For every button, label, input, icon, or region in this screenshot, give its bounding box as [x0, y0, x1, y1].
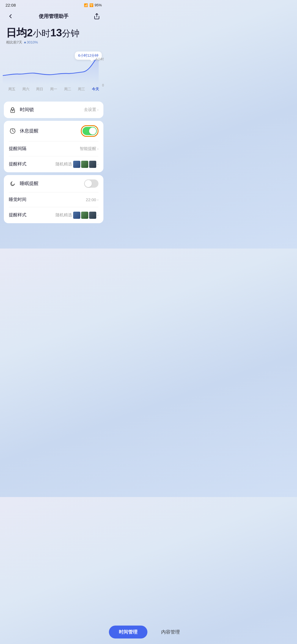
chart-x-labels: 周五 周六 周日 周一 周二 周三 今天 [3, 87, 105, 92]
rest-reminder-label: 休息提醒 [20, 128, 38, 134]
toggle-knob [89, 127, 96, 135]
sleep-time-label: 睡觉时间 [9, 197, 26, 203]
cards-section: 时间锁 去设置 › 休息提醒 [0, 98, 107, 227]
time-lock-action: 去设置 [84, 107, 96, 112]
time-lock-card: 时间锁 去设置 › [4, 102, 103, 118]
sleep-style-value: 随机精选 [56, 212, 72, 218]
rest-reminder-icon [9, 127, 16, 135]
sleep-thumb-1 [73, 212, 80, 219]
daily-avg-minutes-unit: 分钟 [62, 28, 79, 38]
rest-reminder-row: 休息提醒 [4, 121, 103, 141]
x-label-fri: 周五 [5, 87, 19, 92]
header: 使用管理助手 [0, 9, 107, 24]
reminder-interval-right: 智能提醒 › [80, 146, 98, 151]
daily-avg-hours-unit: 小时 [33, 28, 50, 38]
reminder-interval-value: 智能提醒 [80, 146, 96, 151]
status-time: 22:08 [6, 3, 16, 7]
sleep-style-row[interactable]: 提醒样式 随机精选 › [4, 207, 103, 223]
sleep-style-right: 随机精选 › [56, 212, 98, 219]
sleep-reminder-left: 睡眠提醒 [9, 180, 38, 187]
rest-reminder-toggle-container [81, 125, 98, 137]
share-button[interactable] [92, 11, 102, 21]
usage-chart: 6小时12分钟 4小时 0 周五 周六 周日 周一 周二 周三 今天 [0, 49, 107, 98]
reminder-style-value: 随机精选 [56, 162, 72, 167]
sleep-style-thumbs [73, 212, 96, 219]
sleep-reminder-row: 睡眠提醒 [4, 175, 103, 192]
sleep-thumb-2 [81, 212, 88, 219]
compare-percent: 3010% [27, 40, 38, 44]
sleep-reminder-label: 睡眠提醒 [20, 180, 38, 187]
compare-badge: 3010% [24, 40, 38, 44]
rest-reminder-toggle[interactable] [82, 127, 97, 135]
sleep-time-right: 22:00 › [86, 197, 98, 202]
reminder-style-right: 随机精选 › [56, 161, 98, 168]
x-label-today: 今天 [88, 87, 102, 92]
time-lock-label: 时间锁 [20, 107, 34, 113]
daily-avg-minutes: 13 [50, 27, 62, 39]
sleep-reminder-toggle[interactable] [84, 179, 98, 188]
sleep-time-chevron: › [97, 198, 98, 202]
reminder-interval-label: 提醒间隔 [9, 146, 26, 152]
page-title: 使用管理助手 [39, 13, 68, 20]
wifi-icon: 🛜 [89, 3, 94, 7]
daily-average-text: 日均2小时13分钟 [6, 27, 101, 39]
y-label-bottom: 0 [95, 83, 104, 87]
sleep-style-chevron: › [97, 213, 98, 217]
daily-avg-hours: 2 [27, 27, 33, 39]
daily-avg-prefix: 日均 [6, 27, 27, 39]
time-lock-row[interactable]: 时间锁 去设置 › [4, 102, 103, 118]
status-icons: 📶 🛜 95% [84, 3, 102, 7]
x-label-tue: 周二 [61, 87, 75, 92]
time-lock-icon [9, 106, 16, 114]
daily-compare: 相比前7天 3010% [6, 40, 101, 45]
signal-icons: 📶 [84, 3, 88, 7]
chart-y-labels: 4小时 0 [95, 57, 104, 87]
battery-text: 95% [95, 3, 102, 7]
reminder-style-row[interactable]: 提醒样式 随机精选 › [4, 156, 103, 172]
time-lock-chevron: › [97, 108, 98, 112]
rest-reminder-left: 休息提醒 [9, 127, 38, 135]
sleep-time-value: 22:00 [86, 197, 96, 202]
sleep-style-label: 提醒样式 [9, 212, 26, 218]
x-label-wed: 周三 [75, 87, 89, 92]
rest-reminder-card: 休息提醒 提醒间隔 智能提醒 › 提醒样式 随机精选 [4, 121, 103, 172]
reminder-interval-chevron: › [97, 147, 98, 151]
reminder-style-thumbs [73, 161, 96, 168]
y-label-top: 4小时 [95, 57, 104, 62]
sleep-reminder-card: 睡眠提醒 睡觉时间 22:00 › 提醒样式 随机精选 [4, 175, 103, 223]
sleep-reminder-icon [9, 180, 16, 187]
thumb-3 [89, 161, 96, 168]
compare-text: 相比前7天 [6, 40, 22, 45]
sleep-thumb-3 [89, 212, 96, 219]
x-label-mon: 周一 [47, 87, 61, 92]
time-lock-right: 去设置 › [84, 107, 98, 112]
sleep-time-row[interactable]: 睡觉时间 22:00 › [4, 192, 103, 207]
daily-average-section: 日均2小时13分钟 相比前7天 3010% [0, 24, 107, 45]
thumb-2 [81, 161, 88, 168]
time-lock-left: 时间锁 [9, 106, 34, 114]
reminder-style-label: 提醒样式 [9, 161, 26, 167]
thumb-1 [73, 161, 80, 168]
reminder-interval-row[interactable]: 提醒间隔 智能提醒 › [4, 141, 103, 156]
back-button[interactable] [6, 11, 15, 21]
reminder-style-chevron: › [97, 162, 98, 166]
x-label-sat: 周六 [19, 87, 33, 92]
x-label-sun: 周日 [33, 87, 47, 92]
trend-up-icon [24, 41, 26, 43]
sleep-toggle-knob [85, 180, 92, 187]
status-bar: 22:08 📶 🛜 95% [0, 0, 107, 9]
